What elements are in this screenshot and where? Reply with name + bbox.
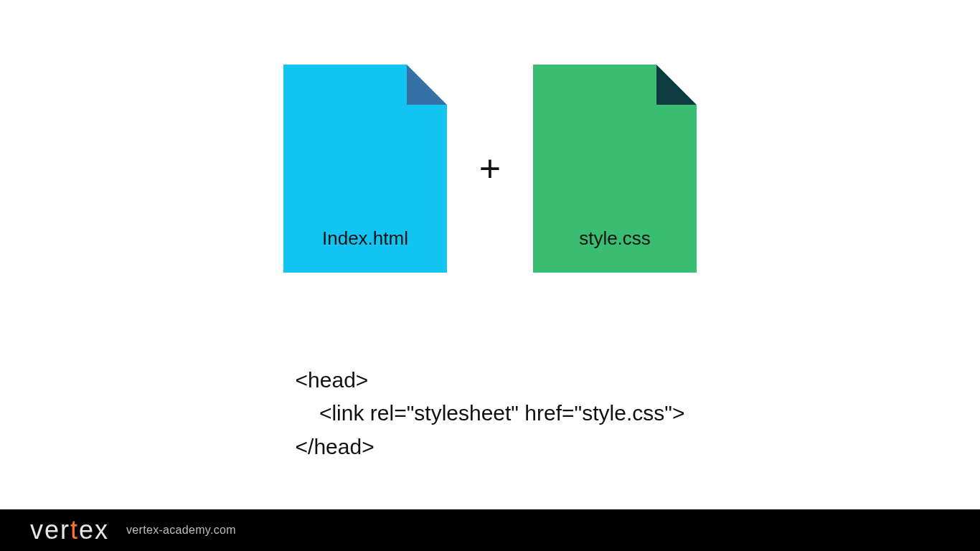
footer-url: vertex-academy.com	[126, 524, 236, 537]
diagram-stage: Index.html + style.css <head> <link rel=…	[0, 0, 980, 551]
code-line-2: <link rel="stylesheet" href="style.css">	[296, 401, 685, 425]
folded-corner-icon	[656, 65, 697, 105]
logo-prefix: ver	[30, 515, 70, 545]
logo-suffix: ex	[79, 515, 109, 545]
css-file-label: style.css	[579, 227, 651, 250]
logo-accent-t: t	[70, 515, 79, 545]
html-file-label: Index.html	[322, 227, 408, 250]
folded-corner-icon	[407, 65, 447, 105]
files-row: Index.html + style.css	[0, 65, 980, 273]
css-file-icon: style.css	[533, 65, 697, 273]
html-file-icon: Index.html	[283, 65, 447, 273]
code-snippet: <head> <link rel="stylesheet" href="styl…	[0, 330, 980, 463]
code-line-1: <head>	[296, 368, 369, 392]
plus-symbol: +	[447, 147, 533, 190]
code-line-3: </head>	[296, 435, 374, 458]
vertex-logo: vertex	[30, 515, 109, 545]
footer-bar: vertex vertex-academy.com	[0, 509, 980, 551]
